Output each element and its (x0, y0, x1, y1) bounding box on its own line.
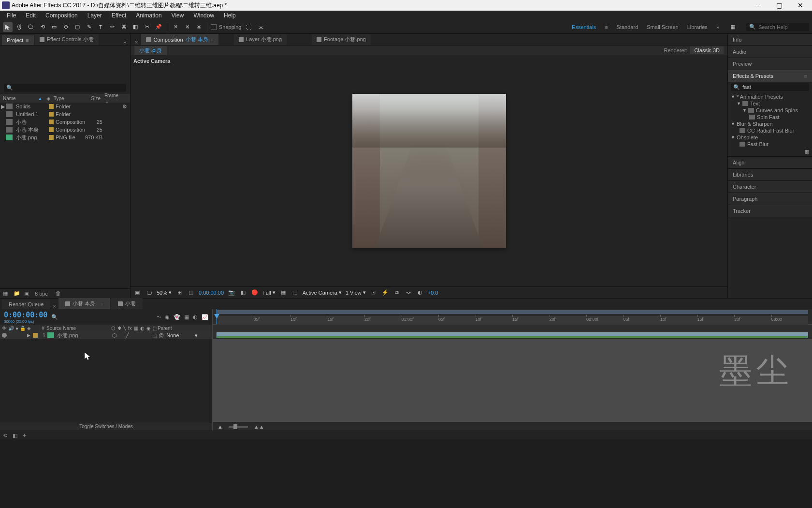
new-bin-icon[interactable]: ▦ (804, 149, 809, 156)
3d-switch[interactable]: ⬚ (152, 332, 157, 339)
workspace-small-screen[interactable]: Small Screen (647, 24, 678, 30)
tab-menu-icon[interactable]: ≡ (26, 37, 29, 43)
panel-preview[interactable]: Preview (728, 58, 812, 70)
switch-header-icon[interactable]: ✱ (117, 326, 121, 331)
eye-icon[interactable] (2, 333, 7, 338)
hand-tool[interactable] (14, 22, 24, 32)
roto-tool[interactable]: ✂ (142, 22, 152, 32)
tree-item[interactable]: Fast Blur (731, 141, 809, 148)
hide-shy-icon[interactable]: 👻 (174, 314, 180, 320)
camera-tool[interactable]: ▭ (49, 22, 59, 32)
collapse-icon[interactable]: ▼ (731, 94, 735, 99)
transparency-icon[interactable]: ⬚ (291, 289, 299, 297)
selection-tool[interactable] (3, 22, 13, 32)
exposure-value[interactable]: +0.0 (428, 290, 438, 296)
menu-view[interactable]: View (167, 11, 189, 20)
project-row[interactable]: ▶ Solids Folder ⚙ (0, 103, 130, 110)
tab-comp1[interactable]: 小巷 本身≡ (58, 298, 110, 309)
tabs-overflow-icon[interactable]: » (121, 39, 128, 45)
menu-animation[interactable]: Animation (131, 11, 166, 20)
layer-row[interactable]: ▶ 1 小巷.png ⬡ ╱ ⬚ @ None ▾ (0, 331, 212, 339)
snapshot-icon[interactable]: 📷 (228, 289, 235, 297)
workspace-standard[interactable]: Standard (617, 24, 638, 30)
solo-col-icon[interactable]: ● (15, 326, 18, 331)
col-num[interactable]: # (37, 326, 46, 331)
search-icon[interactable]: 🔍 (51, 314, 58, 320)
new-folder-icon[interactable]: 📁 (14, 290, 20, 297)
workspace-libraries[interactable]: Libraries (687, 24, 708, 30)
zoom-tool[interactable] (26, 22, 36, 32)
collapse-icon[interactable]: ▼ (742, 108, 746, 113)
tab-close-icon[interactable]: × (132, 39, 140, 45)
timeline-footer-left[interactable]: Toggle Switches / Modes (0, 422, 212, 431)
type-tool[interactable]: T (96, 22, 105, 32)
label-swatch[interactable] (49, 112, 54, 117)
flowchart-icon[interactable]: ⫘ (405, 289, 412, 297)
menu-composition[interactable]: Composition (41, 11, 83, 20)
col-frame[interactable]: Frame ... (102, 93, 122, 104)
pixel-aspect-icon[interactable]: ⊡ (370, 289, 377, 297)
project-row[interactable]: 小巷 Composition 25 (0, 118, 130, 126)
motion-blur-icon[interactable]: ◐ (193, 314, 198, 320)
tab-menu-icon[interactable]: ≡ (101, 301, 103, 307)
workspace-essentials[interactable]: Essentials (572, 24, 596, 30)
quality-switch[interactable]: ╱ (126, 332, 129, 339)
layer-label[interactable] (33, 333, 38, 338)
maximize-button[interactable]: ▢ (773, 1, 785, 10)
track-row[interactable] (213, 331, 812, 339)
view-axis-icon[interactable]: ⤩ (194, 22, 203, 32)
comp-preview-image[interactable] (352, 94, 506, 248)
interpret-icon[interactable]: ▦ (3, 290, 10, 297)
pen-tool[interactable]: ✎ (84, 22, 94, 32)
switch-header-icon[interactable]: ╲ (123, 326, 126, 331)
local-axis-icon[interactable]: ⤧ (171, 22, 180, 32)
zoom-dropdown[interactable]: 50% ▾ (157, 289, 172, 296)
collapse-icon[interactable]: ▼ (731, 121, 735, 126)
trash-icon[interactable]: 🗑 (56, 290, 62, 297)
menu-help[interactable]: Help (219, 11, 241, 20)
settings-icon[interactable]: ⚙ (122, 104, 129, 110)
presets-search[interactable]: 🔍 × (731, 83, 809, 91)
timecode[interactable]: 0:00:00:00 (4, 311, 47, 319)
label-swatch[interactable] (49, 120, 54, 124)
tree-item[interactable]: Spin Fast (731, 114, 809, 120)
layer-duration-bar[interactable] (217, 332, 808, 338)
col-source[interactable]: Source Name (46, 326, 109, 331)
switch-header-icon[interactable]: ⬡ (111, 326, 116, 331)
tab-layer[interactable]: Layer 小巷.png (234, 34, 287, 45)
channel-icon[interactable]: 🔴 (251, 289, 259, 297)
project-search-input[interactable] (15, 85, 124, 91)
brush-tool[interactable]: ✏ (107, 22, 117, 32)
pickwhip-icon[interactable]: @ (159, 332, 164, 338)
col-size[interactable]: Size (81, 96, 102, 101)
tab-render-queue[interactable]: Render Queue (2, 299, 50, 309)
new-comp-icon[interactable]: ▣ (24, 290, 31, 297)
view-dropdown[interactable]: Active Camera ▾ (303, 289, 342, 296)
grid-icon[interactable]: ⊞ (175, 289, 183, 297)
sort-icon[interactable]: ▲ (38, 96, 43, 101)
label-swatch[interactable] (49, 104, 54, 109)
playhead[interactable] (217, 309, 217, 324)
menu-layer[interactable]: Layer (83, 11, 107, 20)
panel-tracker[interactable]: Tracker (728, 205, 812, 217)
snapping-checkbox[interactable] (211, 24, 217, 30)
timeline-icon[interactable]: ⧉ (393, 289, 401, 297)
tree-item[interactable]: ▼* Animation Presets (731, 93, 809, 100)
collapse-icon[interactable]: ▼ (737, 101, 740, 106)
project-search[interactable]: 🔍 (4, 84, 126, 92)
tree-item[interactable]: ▼Text (731, 100, 809, 107)
renderer-value[interactable]: Classic 3D (690, 46, 724, 54)
reset-exposure-icon[interactable]: ◐ (416, 289, 424, 297)
tab-composition[interactable]: Composition 小巷 本身 ≡ (141, 34, 218, 45)
col-parent[interactable]: Parent (158, 326, 210, 331)
presets-search-input[interactable] (742, 84, 809, 90)
status-icon[interactable]: ✦ (22, 433, 28, 438)
bpc-label[interactable]: 8 bpc (35, 291, 48, 297)
tab-close-icon[interactable]: × (51, 303, 57, 309)
tree-item[interactable]: ▼Curves and Spins (731, 107, 809, 114)
tree-item[interactable]: ▼Blur & Sharpen (731, 120, 809, 127)
parent-dropdown[interactable]: None ▾ (166, 332, 198, 339)
panel-libraries[interactable]: Libraries (728, 169, 812, 180)
breadcrumb-item[interactable]: 小巷 本身 (134, 46, 167, 55)
work-area[interactable] (217, 310, 808, 314)
